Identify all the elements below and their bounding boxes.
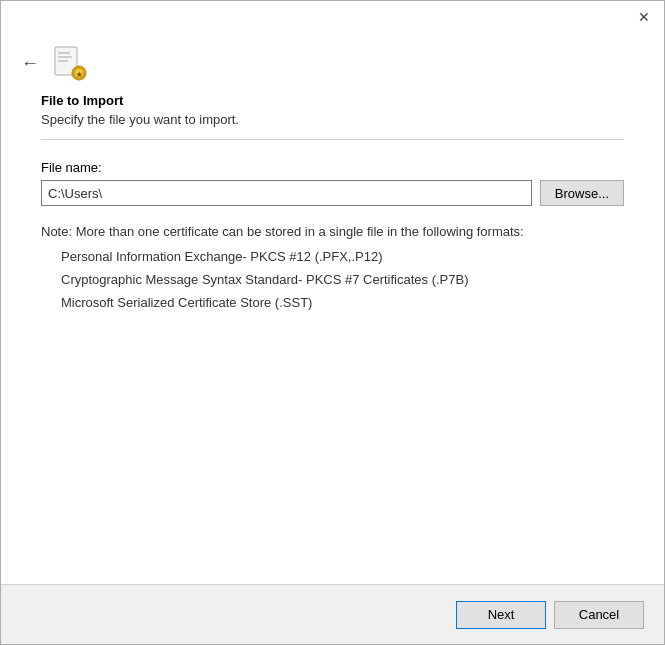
svg-text:★: ★ <box>76 71 83 78</box>
list-item: Microsoft Serialized Certificate Store (… <box>61 295 624 310</box>
wizard-header: ← ★ <box>1 33 664 93</box>
svg-rect-3 <box>58 60 68 62</box>
file-input-row: Browse... <box>41 180 624 206</box>
format-list: Personal Information Exchange- PKCS #12 … <box>61 249 624 310</box>
next-button[interactable]: Next <box>456 601 546 629</box>
list-item: Cryptographic Message Syntax Standard- P… <box>61 272 624 287</box>
section-title: File to Import <box>41 93 624 108</box>
list-item: Personal Information Exchange- PKCS #12 … <box>61 249 624 264</box>
back-button[interactable]: ← <box>21 54 39 72</box>
svg-rect-2 <box>58 56 72 58</box>
close-button[interactable]: ✕ <box>632 5 656 29</box>
title-bar: ✕ <box>1 1 664 33</box>
file-label: File name: <box>41 160 624 175</box>
browse-button[interactable]: Browse... <box>540 180 624 206</box>
wizard-icon: ★ <box>51 45 87 81</box>
content-area: File to Import Specify the file you want… <box>1 93 664 584</box>
wizard-window: ✕ ← ★ File to Import Specify the file yo… <box>0 0 665 645</box>
divider <box>41 139 624 140</box>
file-name-input[interactable] <box>41 180 532 206</box>
footer: Next Cancel <box>1 584 664 644</box>
section-subtitle: Specify the file you want to import. <box>41 112 624 127</box>
cancel-button[interactable]: Cancel <box>554 601 644 629</box>
svg-rect-1 <box>58 52 70 54</box>
note-text: Note: More than one certificate can be s… <box>41 224 624 239</box>
